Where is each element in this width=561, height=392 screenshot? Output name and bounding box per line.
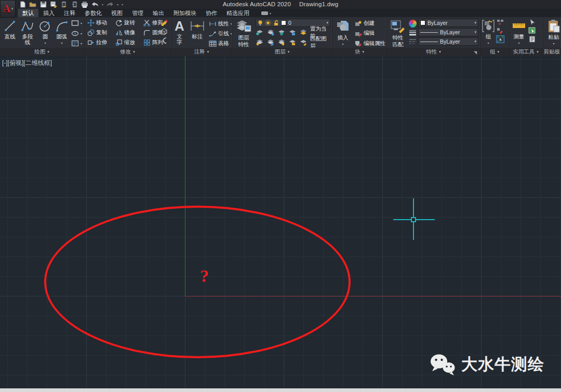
panel-clipboard: 粘贴 ▾ 剪贴板 [543, 17, 561, 56]
circle-flyout-icon[interactable]: ▾ [44, 40, 46, 46]
circle-tool[interactable]: 圆 ▾ [37, 18, 54, 48]
stretch-tool[interactable]: 拉伸 [87, 38, 114, 47]
panel-label-properties[interactable]: 特性▾ [387, 48, 480, 56]
autocad-logo-icon: A [3, 3, 11, 15]
make-current-icon[interactable] [299, 29, 307, 36]
tab-manage[interactable]: 管理 [127, 9, 148, 17]
layer-off-icon[interactable] [256, 29, 263, 36]
rectangle-tool[interactable]: ▾ [71, 19, 82, 28]
panel-label-block[interactable]: 块▾ [332, 48, 386, 56]
arc-tool[interactable]: 圆弧 ▾ [54, 18, 70, 48]
tab-insert[interactable]: 插入 [38, 9, 59, 17]
viewport-controls-label[interactable]: [-][俯视][二维线框] [2, 59, 52, 67]
measure-tool[interactable]: 测量 ▾ [511, 18, 527, 48]
panel-label-draw[interactable]: 绘图▾ [0, 48, 84, 56]
application-menu-button[interactable]: A▾ [0, 0, 16, 18]
ungroup-icon[interactable] [496, 19, 504, 25]
lineweight-dropdown[interactable]: ByLayer ▾ [418, 28, 478, 36]
tab-default[interactable]: 默认 [18, 9, 38, 17]
lineweight-icon[interactable] [409, 30, 417, 36]
ellipse-icon [71, 30, 79, 37]
hatch-tool[interactable]: ▾ [71, 39, 82, 48]
panel-label-layers[interactable]: 图层▾ [232, 48, 332, 56]
linetype-dropdown[interactable]: ByLayer ▾ [418, 37, 478, 46]
object-color-swatch [420, 20, 425, 25]
object-color-dropdown[interactable]: ByLayer ▾ [418, 19, 478, 27]
color-wheel-icon[interactable] [409, 20, 417, 28]
pointer-icon[interactable] [528, 19, 536, 25]
copy-icon [87, 29, 95, 36]
layer-properties-tool[interactable]: 图层 特性 [234, 18, 253, 48]
panel-label-clipboard[interactable]: 剪贴板 [543, 48, 561, 56]
tab-view[interactable]: 视图 [106, 9, 127, 17]
layer-edit-icon[interactable] [266, 39, 274, 46]
leader-icon [209, 31, 217, 37]
layer-unlock-icon[interactable] [288, 39, 296, 46]
ribbon-toggle-icon [261, 11, 268, 15]
array-icon [143, 39, 151, 46]
insert-block-tool[interactable]: 插入 ▾ [334, 18, 352, 48]
paste-tool[interactable]: 粘贴 ▾ [546, 18, 561, 48]
layer-isolate-icon[interactable] [266, 29, 274, 36]
layer-thaw-icon[interactable] [277, 39, 285, 46]
explode-icon[interactable] [160, 28, 168, 35]
rotate-tool[interactable]: 旋转 [115, 18, 142, 28]
mirror-icon [115, 29, 123, 36]
panel-label-annotation[interactable]: 注释▾ [171, 48, 232, 56]
ribbon-display-toggle[interactable]: ▾ [261, 9, 271, 17]
table-tool[interactable]: 表格 [209, 39, 232, 48]
tab-parametric[interactable]: 参数化 [80, 9, 106, 17]
tab-collaborate[interactable]: 协作 [201, 9, 222, 17]
watermark-text: 大水牛测绘 [461, 354, 544, 375]
group-edit-icon[interactable] [496, 27, 504, 34]
rotate-icon [115, 19, 123, 26]
panel-layers: 图层 特性 0 ▾ [232, 17, 332, 56]
quick-select-icon[interactable] [528, 27, 536, 34]
tab-output[interactable]: 输出 [148, 9, 169, 17]
move-icon [87, 19, 95, 26]
line-tool[interactable]: 直线 [2, 18, 18, 48]
list-icon[interactable] [528, 36, 536, 43]
app-title: Autodesk AutoCAD 2020 [219, 1, 295, 7]
text-tool[interactable]: A 文字 ▾ [173, 18, 186, 48]
linear-dim-tool[interactable]: 线性▾ [209, 19, 232, 28]
group-select-icon[interactable] [496, 35, 504, 43]
move-tool[interactable]: 移动 [87, 18, 114, 28]
create-block-tool[interactable]: 创建 [354, 19, 387, 28]
panel-label-utilities[interactable]: 实用工具▾ [509, 48, 542, 56]
line-icon [3, 19, 17, 33]
leader-tool[interactable]: 引线▾ [209, 29, 232, 38]
linetype-icon[interactable] [409, 38, 417, 45]
layer-color-swatch [281, 20, 286, 25]
tab-annotate[interactable]: 注释 [59, 9, 80, 17]
ellipse-tool[interactable]: ▾ [71, 29, 82, 38]
panel-label-groups[interactable]: 组▾ [480, 48, 509, 56]
polyline-tool[interactable]: 多段线 [18, 18, 37, 48]
erase-icon[interactable] [160, 19, 168, 26]
arc-flyout-icon[interactable]: ▾ [61, 40, 62, 46]
edit-attributes-tool[interactable]: 编辑属性 ▾ [354, 39, 387, 48]
copy-tool[interactable]: 复制 [87, 28, 114, 37]
layer-lock-icon[interactable] [288, 29, 296, 36]
layer-on-icon[interactable] [256, 39, 263, 46]
tab-addins[interactable]: 附加模块 [169, 9, 201, 17]
bulb-icon [258, 20, 263, 26]
panel-modify: 移动 旋转 修剪▾ 复制 镜像 圆角▾ 拉伸 缩放 阵列▾ 修改▾ [84, 17, 171, 56]
red-ellipse-annotation [44, 206, 351, 358]
layer-freeze-icon[interactable] [277, 29, 285, 36]
group-tool[interactable]: 组 ▾ [482, 18, 495, 48]
match-layer-icon[interactable] [299, 39, 307, 46]
tab-featured-apps[interactable]: 精选应用 [222, 9, 254, 17]
match-properties-tool[interactable]: 特性 匹配 [389, 18, 407, 48]
pickbox-cursor [411, 217, 416, 222]
model-space-canvas[interactable]: [-][俯视][二维线框] ? 大水牛测绘 [0, 56, 561, 388]
mirror-tool[interactable]: 镜像 [115, 28, 142, 37]
edit-block-tool[interactable]: 编辑 [354, 29, 387, 37]
panel-label-modify[interactable]: 修改▾ [84, 48, 171, 56]
dimension-tool[interactable]: 标注 [188, 18, 207, 48]
edit-attributes-icon [354, 40, 362, 47]
properties-dialog-launcher-icon[interactable]: ◥ [474, 50, 478, 55]
trim-scissors-icon [143, 19, 151, 26]
scale-tool[interactable]: 缩放 [115, 38, 142, 47]
join-icon[interactable] [160, 37, 168, 44]
